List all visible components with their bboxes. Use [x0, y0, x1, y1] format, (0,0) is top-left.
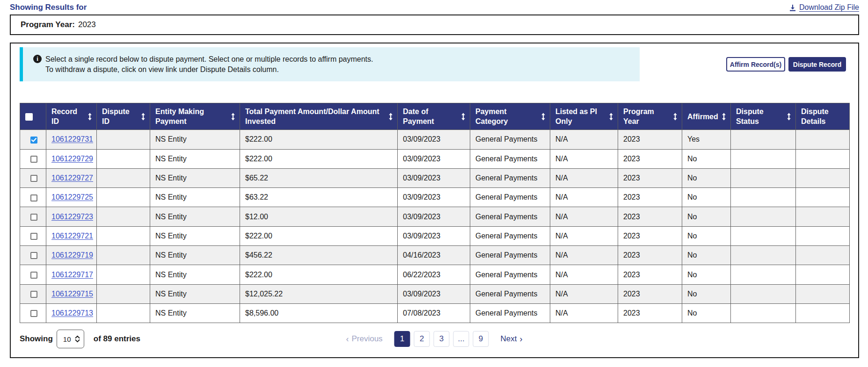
- page-button-9[interactable]: 9: [473, 331, 489, 347]
- action-buttons: Affirm Record(s) Dispute Record: [726, 57, 846, 72]
- column-header-entity[interactable]: Entity Making Payment: [150, 103, 240, 130]
- table-cell: [796, 130, 850, 149]
- column-header-record-id[interactable]: Record ID: [46, 103, 97, 130]
- table-cell: [731, 188, 796, 207]
- table-cell: [731, 130, 796, 149]
- sort-icon-dispute-id[interactable]: [139, 113, 146, 121]
- program-year-box: Program Year: 2023: [10, 14, 859, 35]
- record-id-link[interactable]: 1061229729: [51, 155, 93, 163]
- table-cell: 07/08/2023: [398, 303, 470, 323]
- row-checkbox[interactable]: [30, 214, 37, 221]
- column-label-date: Date of Payment: [403, 107, 434, 126]
- table-cell: NS Entity: [150, 265, 240, 284]
- table-cell: No: [682, 226, 731, 245]
- page-buttons: 123...9: [394, 331, 489, 347]
- banner-row: i Select a single record below to disput…: [20, 47, 849, 81]
- column-header-category[interactable]: Payment Category: [470, 103, 550, 130]
- table-cell: N/A: [550, 149, 618, 168]
- table-cell: $63.22: [240, 188, 398, 207]
- table-cell: 1061229725: [46, 188, 97, 207]
- column-header-affirmed[interactable]: Affirmed: [682, 103, 731, 130]
- table-cell: 2023: [618, 265, 682, 284]
- record-id-link[interactable]: 1061229731: [51, 135, 93, 143]
- table-cell: [97, 226, 150, 245]
- table-cell: NS Entity: [150, 303, 240, 323]
- column-header-pi-only[interactable]: Listed as PI Only: [550, 103, 618, 130]
- table-cell: NS Entity: [150, 246, 240, 265]
- column-header-amount[interactable]: Total Payment Amount/Dollar Amount Inves…: [240, 103, 398, 130]
- sort-icon-date[interactable]: [459, 113, 466, 121]
- table-cell: 03/09/2023: [398, 149, 470, 168]
- table-cell: 04/16/2023: [398, 246, 470, 265]
- row-checkbox[interactable]: [30, 137, 37, 144]
- record-id-link[interactable]: 1061229727: [51, 174, 93, 182]
- record-id-link[interactable]: 1061229721: [51, 232, 93, 240]
- row-checkbox[interactable]: [30, 291, 37, 298]
- table-row: 1061229717NS Entity$222.0006/22/2023Gene…: [20, 265, 850, 284]
- sort-icon-pi-only[interactable]: [606, 113, 614, 121]
- sort-icon-amount[interactable]: [386, 113, 394, 121]
- column-label-program-year: Program Year: [623, 107, 654, 126]
- chevron-left-icon: ‹: [346, 335, 349, 343]
- table-cell: 1061229731: [46, 130, 97, 149]
- record-id-link[interactable]: 1061229717: [51, 271, 93, 279]
- record-id-link[interactable]: 1061229719: [51, 251, 93, 259]
- sort-icon-entity[interactable]: [228, 113, 236, 121]
- table-cell: [97, 284, 150, 303]
- table-cell: 03/09/2023: [398, 207, 470, 226]
- sort-icon-record-id[interactable]: [85, 113, 93, 121]
- table-cell: [97, 265, 150, 284]
- previous-page-button[interactable]: ‹ Previous: [346, 334, 382, 344]
- table-cell: $65.22: [240, 168, 398, 187]
- alert-line-1: Select a single record below to dispute …: [45, 54, 373, 65]
- table-row: 1061229729NS Entity$222.0003/09/2023Gene…: [20, 149, 850, 168]
- table-cell: 1061229717: [46, 265, 97, 284]
- table-cell: [97, 130, 150, 149]
- dispute-record-button[interactable]: Dispute Record: [788, 57, 846, 72]
- column-header-dispute-id[interactable]: Dispute ID: [97, 103, 150, 130]
- sort-icon-dispute-status[interactable]: [784, 113, 792, 121]
- table-cell: [731, 226, 796, 245]
- page-size-select[interactable]: 10: [57, 330, 84, 348]
- table-cell: [97, 303, 150, 323]
- table-cell: [20, 207, 46, 226]
- page-button-3[interactable]: 3: [434, 331, 450, 347]
- table-cell: General Payments: [470, 265, 550, 284]
- alert-text: Select a single record below to dispute …: [45, 54, 373, 75]
- record-id-link[interactable]: 1061229725: [51, 193, 93, 201]
- results-container: i Select a single record below to disput…: [10, 43, 859, 358]
- record-id-link[interactable]: 1061229723: [51, 213, 93, 221]
- column-header-dispute-status[interactable]: Dispute Status: [731, 103, 796, 130]
- select-all-checkbox[interactable]: [25, 113, 33, 121]
- row-checkbox[interactable]: [30, 156, 37, 163]
- row-checkbox[interactable]: [30, 194, 37, 201]
- table-cell: 1061229723: [46, 207, 97, 226]
- table-cell: General Payments: [470, 130, 550, 149]
- table-cell: $222.00: [240, 226, 398, 245]
- table-cell: 03/09/2023: [398, 130, 470, 149]
- table-row: 1061229723NS Entity$12.0003/09/2023Gener…: [20, 207, 850, 226]
- record-id-link[interactable]: 1061229715: [51, 290, 93, 298]
- row-checkbox[interactable]: [30, 272, 37, 279]
- column-header-date[interactable]: Date of Payment: [398, 103, 470, 130]
- table-cell: N/A: [550, 188, 618, 207]
- row-checkbox[interactable]: [30, 175, 37, 182]
- record-id-link[interactable]: 1061229713: [51, 309, 93, 317]
- download-zip-link[interactable]: Download Zip File: [789, 3, 859, 12]
- sort-icon-category[interactable]: [539, 113, 546, 121]
- table-cell: [20, 130, 46, 149]
- next-page-button[interactable]: Next ›: [501, 334, 523, 344]
- sort-icon-program-year[interactable]: [671, 113, 678, 121]
- table-row: 1061229725NS Entity$63.2203/09/2023Gener…: [20, 188, 850, 207]
- row-checkbox[interactable]: [30, 310, 37, 317]
- page-ellipsis-button[interactable]: ...: [453, 331, 469, 347]
- table-cell: $222.00: [240, 265, 398, 284]
- column-header-program-year[interactable]: Program Year: [618, 103, 682, 130]
- sort-icon-affirmed[interactable]: [719, 113, 727, 121]
- affirm-records-button[interactable]: Affirm Record(s): [726, 57, 785, 72]
- table-cell: [796, 246, 850, 265]
- page-button-2[interactable]: 2: [414, 331, 430, 347]
- page-button-1[interactable]: 1: [394, 331, 410, 347]
- row-checkbox[interactable]: [30, 233, 37, 240]
- row-checkbox[interactable]: [30, 252, 37, 259]
